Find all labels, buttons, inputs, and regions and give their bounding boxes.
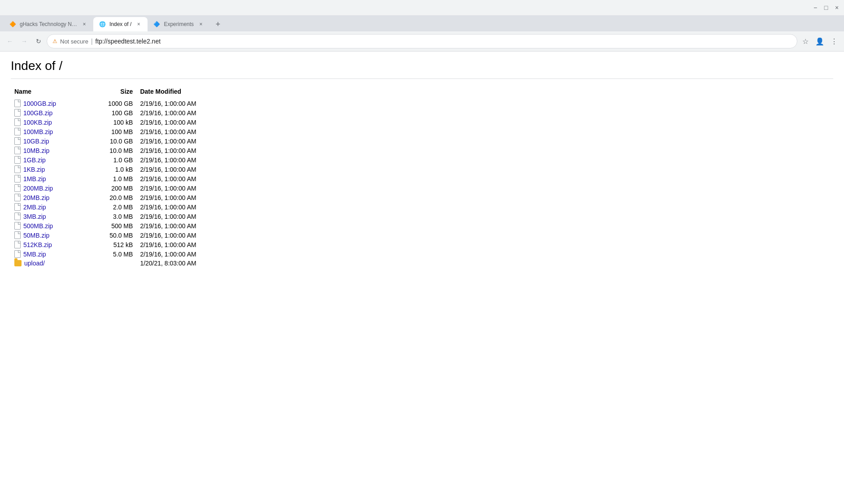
tab-ghacks-close[interactable]: × [81, 21, 88, 28]
file-size-cell: 2.0 MB [87, 202, 137, 212]
file-link[interactable]: 1KB.zip [23, 166, 45, 173]
back-button[interactable]: ← [4, 35, 16, 48]
file-icon [14, 222, 21, 230]
file-date-cell: 2/19/16, 1:00:00 AM [136, 249, 235, 259]
browser-chrome: − □ × 🔶 gHacks Technology News × 🌐 Index… [0, 0, 844, 52]
file-size-cell: 500 MB [87, 221, 137, 230]
file-date-cell: 2/19/16, 1:00:00 AM [136, 165, 235, 174]
file-size-cell: 20.0 MB [87, 193, 137, 202]
file-icon [14, 250, 21, 258]
bookmark-button[interactable]: ☆ [799, 35, 812, 48]
tab-ghacks[interactable]: 🔶 gHacks Technology News × [4, 17, 93, 31]
file-size-cell [87, 259, 137, 268]
profile-button[interactable]: 👤 [814, 35, 826, 48]
divider [11, 78, 833, 79]
tab-index[interactable]: 🌐 Index of / × [93, 17, 148, 31]
file-icon [14, 137, 21, 145]
reload-button[interactable]: ↻ [32, 35, 45, 48]
file-link[interactable]: 1MB.zip [23, 175, 46, 182]
table-row: 100MB.zip100 MB2/19/16, 1:00:00 AM [11, 127, 235, 136]
security-text: Not secure [60, 38, 88, 45]
maximize-button[interactable]: □ [822, 4, 830, 11]
file-link[interactable]: 500MB.zip [23, 222, 53, 230]
forward-button[interactable]: → [18, 35, 30, 48]
file-name-cell: 200MB.zip [11, 183, 87, 193]
page-content: Index of / Name Size Date Modified 1000G… [0, 52, 844, 504]
menu-button[interactable]: ⋮ [828, 35, 840, 48]
file-icon [14, 203, 21, 211]
file-date-cell: 2/19/16, 1:00:00 AM [136, 202, 235, 212]
folder-icon [14, 260, 22, 266]
file-icon [14, 231, 21, 239]
file-date-cell: 2/19/16, 1:00:00 AM [136, 174, 235, 183]
file-date-cell: 2/19/16, 1:00:00 AM [136, 212, 235, 221]
file-name-cell: 50MB.zip [11, 230, 87, 240]
file-name-cell: 100MB.zip [11, 127, 87, 136]
address-url: ftp://speedtest.tele2.net [96, 38, 161, 45]
file-link[interactable]: 512KB.zip [23, 241, 52, 248]
window-controls: − □ × [812, 4, 840, 11]
file-link[interactable]: 10MB.zip [23, 147, 49, 154]
file-link[interactable]: 200MB.zip [23, 185, 53, 192]
table-row: 500MB.zip500 MB2/19/16, 1:00:00 AM [11, 221, 235, 230]
file-link[interactable]: 5MB.zip [23, 251, 46, 258]
file-link[interactable]: 50MB.zip [23, 232, 49, 239]
file-size-cell: 512 kB [87, 240, 137, 249]
file-size-cell: 3.0 MB [87, 212, 137, 221]
minimize-button[interactable]: − [812, 4, 819, 11]
file-icon [14, 213, 21, 220]
file-name-cell: 2MB.zip [11, 202, 87, 212]
file-size-cell: 200 MB [87, 183, 137, 193]
file-name-cell: 10MB.zip [11, 146, 87, 155]
tabs-bar: 🔶 gHacks Technology News × 🌐 Index of / … [0, 15, 844, 31]
file-name-cell: 1MB.zip [11, 174, 87, 183]
file-icon [14, 184, 21, 192]
file-link[interactable]: 100GB.zip [23, 109, 52, 117]
file-date-cell: 2/19/16, 1:00:00 AM [136, 221, 235, 230]
file-name-cell: upload/ [11, 259, 87, 268]
col-date: Date Modified [136, 86, 235, 99]
file-name-cell: 3MB.zip [11, 212, 87, 221]
file-date-cell: 2/19/16, 1:00:00 AM [136, 155, 235, 165]
table-row: 3MB.zip3.0 MB2/19/16, 1:00:00 AM [11, 212, 235, 221]
file-size-cell: 1.0 GB [87, 155, 137, 165]
file-link[interactable]: 2MB.zip [23, 204, 46, 211]
file-link[interactable]: 3MB.zip [23, 213, 46, 220]
tab-experiments-close[interactable]: × [197, 21, 204, 28]
file-size-cell: 100 MB [87, 127, 137, 136]
table-row: 50MB.zip50.0 MB2/19/16, 1:00:00 AM [11, 230, 235, 240]
file-size-cell: 10.0 MB [87, 146, 137, 155]
file-icon [14, 118, 21, 126]
file-name-cell: 5MB.zip [11, 249, 87, 259]
table-row: 1GB.zip1.0 GB2/19/16, 1:00:00 AM [11, 155, 235, 165]
file-link[interactable]: 1000GB.zip [23, 100, 56, 107]
table-row: 5MB.zip5.0 MB2/19/16, 1:00:00 AM [11, 249, 235, 259]
file-table: Name Size Date Modified 1000GB.zip1000 G… [11, 86, 235, 268]
file-size-cell: 10.0 GB [87, 136, 137, 146]
file-link[interactable]: 20MB.zip [23, 194, 49, 201]
file-link[interactable]: 10GB.zip [23, 138, 49, 145]
file-size-cell: 5.0 MB [87, 249, 137, 259]
file-link[interactable]: 100KB.zip [23, 119, 52, 126]
file-icon [14, 128, 21, 135]
page-title: Index of / [11, 59, 833, 73]
file-link[interactable]: 100MB.zip [23, 128, 53, 135]
file-link[interactable]: upload/ [24, 260, 45, 267]
file-date-cell: 2/19/16, 1:00:00 AM [136, 183, 235, 193]
file-icon [14, 109, 21, 117]
file-date-cell: 1/20/21, 8:03:00 AM [136, 259, 235, 268]
table-row: 2MB.zip2.0 MB2/19/16, 1:00:00 AM [11, 202, 235, 212]
close-button[interactable]: × [833, 4, 840, 11]
toolbar-right: ☆ 👤 ⋮ [799, 35, 840, 48]
tab-index-close[interactable]: × [135, 21, 142, 28]
new-tab-button[interactable]: + [212, 18, 224, 30]
tab-experiments[interactable]: 🔷 Experiments × [148, 17, 210, 31]
address-bar: ← → ↻ ⚠ Not secure | ftp://speedtest.tel… [0, 31, 844, 51]
file-icon [14, 175, 21, 182]
file-date-cell: 2/19/16, 1:00:00 AM [136, 146, 235, 155]
file-link[interactable]: 1GB.zip [23, 156, 46, 164]
address-field[interactable]: ⚠ Not secure | ftp://speedtest.tele2.net [47, 34, 797, 48]
file-icon [14, 194, 21, 201]
tab-experiments-label: Experiments [164, 21, 194, 27]
file-size-cell: 1.0 MB [87, 174, 137, 183]
